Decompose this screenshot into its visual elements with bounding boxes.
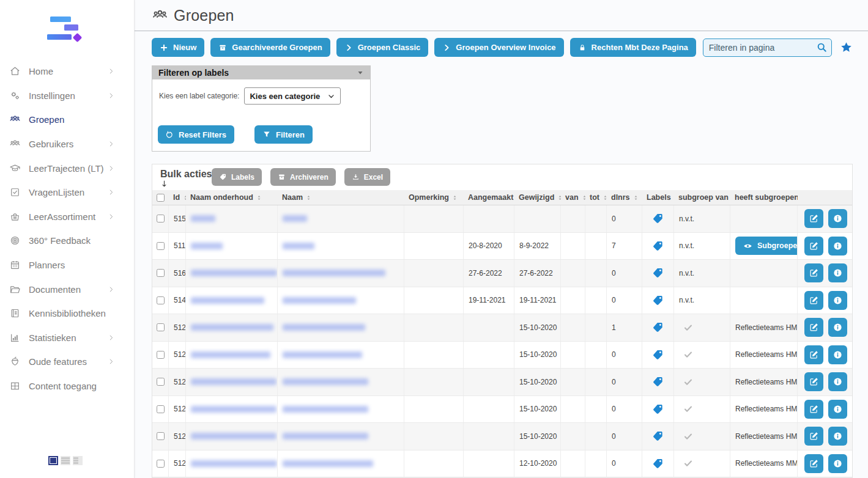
- gearchiveerde-groepen-button[interactable]: Gearchiveerde Groepen: [210, 38, 330, 57]
- col-header-naam_onderhoud[interactable]: Naam onderhoud: [186, 193, 278, 202]
- row-checkbox[interactable]: [157, 378, 165, 386]
- favorite-star-icon[interactable]: [840, 41, 853, 54]
- group-name-link[interactable]: [283, 460, 373, 467]
- group-name-link[interactable]: [283, 378, 368, 385]
- group-name-link[interactable]: [191, 460, 277, 467]
- group-name-link[interactable]: [191, 433, 276, 439]
- group-name-link[interactable]: [191, 406, 276, 413]
- row-checkbox[interactable]: [157, 351, 165, 359]
- info-button[interactable]: [828, 400, 847, 419]
- bulk-archiveren-button[interactable]: Archiveren: [270, 168, 336, 186]
- col-header-van[interactable]: van: [561, 193, 585, 202]
- col-header-opmerking[interactable]: Opmerking: [404, 193, 464, 202]
- sidebar-item-home[interactable]: Home: [0, 59, 134, 84]
- group-name-link[interactable]: [191, 324, 273, 331]
- info-button[interactable]: [828, 427, 847, 446]
- labels-tag-icon[interactable]: [651, 375, 664, 388]
- collapse-triangle-icon[interactable]: [357, 69, 364, 76]
- labels-tag-icon[interactable]: [651, 212, 664, 225]
- col-header-subgroep_van[interactable]: subgroep van: [674, 193, 730, 202]
- col-header-dlnrs[interactable]: dlnrs: [607, 193, 642, 202]
- group-name-link[interactable]: [283, 351, 362, 358]
- select-all-checkbox[interactable]: [157, 194, 165, 202]
- edit-button[interactable]: [804, 400, 823, 419]
- rechten-mbt-deze-pagina-button[interactable]: Rechten Mbt Deze Pagina: [570, 38, 696, 57]
- info-button[interactable]: [828, 209, 847, 228]
- sidebar-item-planners[interactable]: Planners: [0, 253, 134, 278]
- label-category-select[interactable]: Kies een categorie: [244, 87, 341, 105]
- group-name-link[interactable]: [283, 243, 314, 249]
- group-name-link[interactable]: [283, 297, 356, 304]
- edit-button[interactable]: [804, 454, 823, 473]
- groepen-classic-button[interactable]: Groepen Classic: [336, 38, 429, 57]
- sidebar-item-documenten[interactable]: Documenten: [0, 277, 134, 301]
- sidebar-item-leerassortiment[interactable]: LeerAssortiment: [0, 205, 134, 229]
- group-name-link[interactable]: [191, 297, 264, 304]
- row-checkbox[interactable]: [157, 323, 165, 331]
- group-name-link[interactable]: [191, 351, 270, 358]
- row-checkbox[interactable]: [157, 296, 165, 304]
- col-header-aangemaakt[interactable]: Aangemaakt: [464, 193, 514, 202]
- info-button[interactable]: [828, 345, 847, 364]
- labels-tag-icon[interactable]: [651, 321, 664, 334]
- group-name-link[interactable]: [191, 378, 276, 385]
- sidebar-item-groepen[interactable]: Groepen: [0, 108, 134, 132]
- row-checkbox[interactable]: [157, 432, 165, 440]
- labels-tag-icon[interactable]: [651, 430, 664, 443]
- bulk-excel-button[interactable]: Excel: [344, 168, 390, 186]
- labels-tag-icon[interactable]: [651, 403, 664, 416]
- edit-button[interactable]: [804, 291, 823, 310]
- labels-tag-icon[interactable]: [651, 348, 664, 361]
- labels-tag-icon[interactable]: [651, 294, 664, 307]
- sidebar-item-statistieken[interactable]: Statistieken: [0, 326, 134, 350]
- group-name-link[interactable]: [283, 270, 385, 276]
- subgroepen-button[interactable]: Subgroepen: [735, 237, 798, 255]
- sidebar-item-360-feedback[interactable]: 360° Feedback: [0, 229, 134, 253]
- group-name-link[interactable]: [283, 433, 368, 439]
- group-name-link[interactable]: [191, 215, 215, 222]
- sidebar-item-content-toegang[interactable]: Content toegang: [0, 374, 134, 399]
- info-button[interactable]: [828, 291, 847, 310]
- sidebar-item-instellingen[interactable]: Instellingen: [0, 84, 134, 108]
- search-icon[interactable]: [816, 42, 828, 53]
- edit-button[interactable]: [804, 209, 823, 228]
- layout-toggle-compact-icon[interactable]: [61, 456, 70, 465]
- layout-toggle-list-icon[interactable]: [48, 456, 58, 465]
- bulk-labels-button[interactable]: Labels: [212, 168, 262, 186]
- layout-toggle-mini-icon[interactable]: [73, 456, 83, 465]
- edit-button[interactable]: [804, 372, 823, 391]
- info-button[interactable]: [828, 454, 847, 473]
- col-header-tot[interactable]: tot: [585, 193, 607, 202]
- group-name-link[interactable]: [283, 215, 307, 222]
- row-checkbox[interactable]: [157, 405, 165, 413]
- info-button[interactable]: [828, 372, 847, 391]
- search-input[interactable]: [703, 39, 832, 57]
- sidebar-item-vragenlijsten[interactable]: VragenLijsten: [0, 180, 134, 205]
- edit-button[interactable]: [804, 237, 823, 256]
- group-name-link[interactable]: [191, 243, 223, 249]
- row-checkbox[interactable]: [157, 242, 165, 250]
- edit-button[interactable]: [804, 318, 823, 337]
- filter-button[interactable]: Filteren: [254, 125, 313, 144]
- group-name-link[interactable]: [283, 406, 368, 413]
- group-name-link[interactable]: [191, 270, 277, 276]
- info-button[interactable]: [828, 263, 847, 282]
- nieuw-button[interactable]: Nieuw: [152, 38, 204, 57]
- sidebar-item-kennisbibliotheken[interactable]: Kennisbibliotheken: [0, 301, 134, 326]
- col-header-naam[interactable]: Naam: [278, 193, 404, 202]
- col-header-labels[interactable]: Labels: [642, 193, 674, 202]
- col-header-id[interactable]: Id: [169, 193, 186, 202]
- labels-tag-icon[interactable]: [651, 457, 664, 470]
- info-button[interactable]: [828, 237, 847, 256]
- labels-tag-icon[interactable]: [651, 240, 664, 252]
- edit-button[interactable]: [804, 427, 823, 446]
- groepen-overview-invoice-button[interactable]: Groepen Overview Invoice: [434, 38, 563, 57]
- edit-button[interactable]: [804, 263, 823, 282]
- col-header-heeft_subgroepen[interactable]: heeft subgroepen: [730, 193, 798, 202]
- row-checkbox[interactable]: [157, 269, 165, 277]
- edit-button[interactable]: [804, 345, 823, 364]
- labels-tag-icon[interactable]: [651, 267, 664, 279]
- row-checkbox[interactable]: [157, 215, 165, 222]
- col-header-gewijzigd[interactable]: Gewijzigd: [514, 193, 561, 202]
- reset-filters-button[interactable]: Reset Filters: [158, 125, 234, 144]
